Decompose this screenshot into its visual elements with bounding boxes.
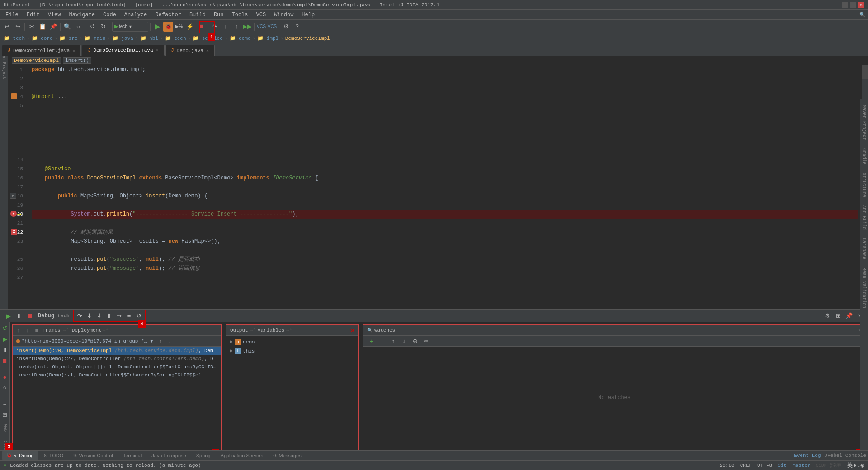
forward-button[interactable]: ↪ <box>13 22 23 32</box>
menu-run[interactable]: Run <box>210 11 227 19</box>
step-into-button[interactable]: ↓ <box>221 22 231 32</box>
code-content[interactable]: package hbi.tech.service.demo.impl; @imp… <box>28 65 862 309</box>
var-expand-demo[interactable]: ▶ <box>230 338 233 347</box>
paste-button[interactable]: 📌 <box>48 22 58 32</box>
menu-refactor[interactable]: Refactor <box>151 11 185 19</box>
frames-filter-button[interactable]: ≡ <box>33 326 41 334</box>
ant-build-panel-label[interactable]: Ant Build <box>861 202 867 233</box>
move-down-watch-button[interactable]: ↓ <box>400 337 409 346</box>
event-log-label[interactable]: Event Log <box>794 453 821 458</box>
restore-layout-side-button[interactable]: ⊞ <box>0 410 9 419</box>
step-over-debug-button[interactable]: ↷ <box>75 311 84 320</box>
tab-java-enterprise[interactable]: Java Enterprise <box>147 451 190 460</box>
stop-button[interactable]: ⏹ <box>196 22 206 32</box>
menu-vcs[interactable]: VCS <box>253 11 270 19</box>
run-config-dropdown[interactable]: ▶ tech ▼ <box>112 22 148 32</box>
tab-close-button[interactable]: ✕ <box>72 48 75 53</box>
debug-button[interactable]: 🐞 <box>163 22 173 32</box>
path-tech[interactable]: 📁 tech <box>4 35 25 41</box>
close-button[interactable]: ✕ <box>858 2 864 8</box>
thread-dropdown-arrow[interactable]: ▼ <box>150 338 153 344</box>
run-to-cursor-button[interactable]: ⇢ <box>115 311 124 320</box>
debug-restore-layout-button[interactable]: ⊞ <box>834 311 843 320</box>
frames-up-button[interactable]: ↑ <box>14 326 23 334</box>
search-everywhere-button[interactable]: 🔍 <box>859 11 866 19</box>
path-java[interactable]: 📁 java <box>112 35 133 41</box>
step-into-debug-button[interactable]: ⬇ <box>85 311 94 320</box>
minimize-button[interactable]: － <box>842 2 848 8</box>
resume-button[interactable]: ▶▶ <box>242 22 252 32</box>
path-src[interactable]: 📁 src <box>59 35 77 41</box>
variable-this[interactable]: ▶ t this <box>228 347 356 356</box>
maven-project-icon[interactable]: Maven Project <box>0 60 8 67</box>
breadcrumb-class[interactable]: DemoServiceImpl <box>12 57 61 64</box>
tab-democontroller[interactable]: J DemoController.java ✕ <box>2 45 81 56</box>
menu-edit[interactable]: Edit <box>23 11 43 19</box>
remove-watch-button[interactable]: − <box>378 337 387 346</box>
tab-messages[interactable]: 0: Messages <box>269 451 306 460</box>
menu-build[interactable]: Build <box>186 11 209 19</box>
thread-up-button[interactable]: ↑ <box>157 337 165 345</box>
menu-navigate[interactable]: Navigate <box>65 11 99 19</box>
path-demo[interactable]: 📁 demo <box>230 35 251 41</box>
stop-debug-side-button[interactable]: ⏹ <box>0 356 9 365</box>
bean-validation-panel-label[interactable]: Bean Validation <box>861 264 867 309</box>
frame-item-0[interactable]: insert(Demo):20, DemoServiceImpl (hbi.te… <box>13 347 221 355</box>
path-service[interactable]: 📁 service <box>193 35 223 41</box>
menu-help[interactable]: Help <box>298 11 318 19</box>
web-panel-label[interactable]: Web <box>2 421 8 435</box>
var-expand-this[interactable]: ▶ <box>230 347 233 356</box>
tab-terminal[interactable]: Terminal <box>118 451 146 460</box>
thread-down-button[interactable]: ↓ <box>166 337 174 345</box>
menu-view[interactable]: View <box>44 11 65 19</box>
menu-code[interactable]: Code <box>99 11 120 19</box>
vcs-commit-button[interactable]: VCS <box>267 22 277 32</box>
menu-file[interactable]: File <box>2 11 22 19</box>
frames-down-button[interactable]: ↓ <box>24 326 32 334</box>
frame-item-2[interactable]: invoke(int, Object, Object[]):-1, DemoCo… <box>13 363 221 371</box>
coverage-button[interactable]: ▶% <box>174 22 184 32</box>
scroll-thumb[interactable] <box>862 65 868 79</box>
code-editor[interactable]: 1 2 3 i 4 5 . . . . . 14 15 16 17 <box>8 65 868 309</box>
tab-application-servers[interactable]: Application Servers <box>216 451 268 460</box>
variable-demo[interactable]: ▶ o demo <box>228 338 356 347</box>
tab-demoserviceimpl[interactable]: J DemoServiceImpl.java ✕ <box>82 45 164 56</box>
find-button[interactable]: 🔍 <box>62 22 72 32</box>
path-core[interactable]: 📁 core <box>32 35 53 41</box>
menu-tools[interactable]: Tools <box>228 11 252 19</box>
pause-debug-button[interactable]: ⏸ <box>0 346 9 355</box>
step-out-debug-button[interactable]: ⬆ <box>105 311 114 320</box>
copy-button[interactable]: 📋 <box>38 22 47 32</box>
jrebel-console-label[interactable]: JRebel Console <box>825 453 866 458</box>
step-out-button[interactable]: ↑ <box>231 22 241 32</box>
trace-button[interactable]: ↺ <box>135 311 144 320</box>
menu-window[interactable]: Window <box>270 11 297 19</box>
profile-button[interactable]: ⚡ <box>185 22 195 32</box>
pause-button[interactable]: ⏸ <box>14 311 24 320</box>
debug-settings-button[interactable]: ⚙ <box>823 311 832 320</box>
edit-watch-button[interactable]: ✏ <box>421 337 430 346</box>
path-hbi[interactable]: 📁 hbi <box>140 35 158 41</box>
charset-status[interactable]: UTF-8 <box>757 463 772 468</box>
breakpoints-button[interactable]: ● <box>0 372 9 381</box>
evaluate-button[interactable]: ≡ <box>125 311 134 320</box>
force-step-into-button[interactable]: ⇓ <box>95 311 104 320</box>
maven-project-panel-label[interactable]: Maven Project <box>861 101 867 144</box>
settings-button[interactable]: ⚙ <box>281 22 291 32</box>
get-thread-dump-button[interactable]: ≡ <box>0 400 9 409</box>
gradle-panel-label[interactable]: Gradle <box>861 145 867 168</box>
resume-debug-button[interactable]: ▶ <box>0 335 9 344</box>
path-tech2[interactable]: 📁 tech <box>165 35 186 41</box>
run-button[interactable]: ▶ <box>152 22 162 32</box>
redo-button[interactable]: ↻ <box>98 22 108 32</box>
stop-debug-button[interactable]: ⏹ <box>25 311 34 320</box>
tab-todo[interactable]: 6: TODO <box>39 451 68 460</box>
breadcrumb-method[interactable]: insert() <box>63 57 91 64</box>
path-main[interactable]: 📁 main <box>84 35 105 41</box>
frame-item-1[interactable]: insertDemo(Demo):27, DemoController (hbi… <box>13 355 221 363</box>
annotation-7-arrow[interactable]: » <box>351 327 354 334</box>
tab-demo[interactable]: J Demo.java ✕ <box>165 45 215 56</box>
menu-analyze[interactable]: Analyze <box>121 11 151 19</box>
duplicate-watch-button[interactable]: ⊕ <box>410 337 420 346</box>
rerun-button[interactable]: ↺ <box>0 324 9 333</box>
